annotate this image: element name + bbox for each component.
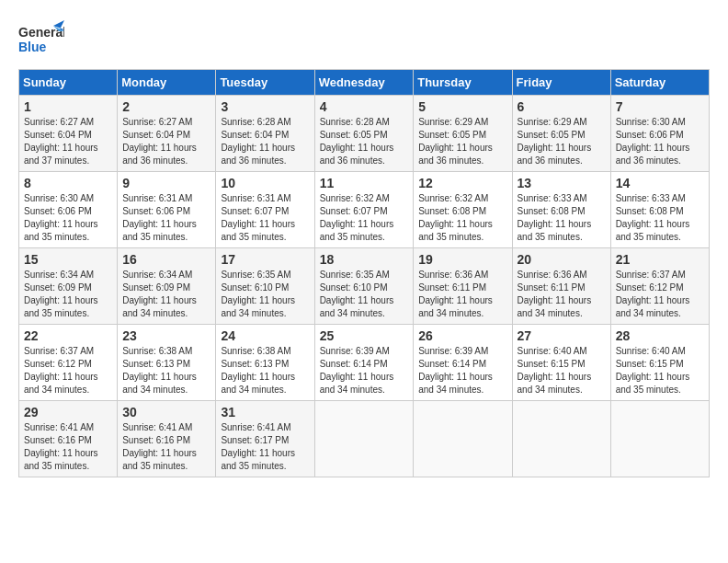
calendar-cell: 30 Sunrise: 6:41 AMSunset: 6:16 PMDaylig… [118,401,216,477]
day-info: Sunrise: 6:35 AMSunset: 6:10 PMDaylight:… [320,270,394,318]
day-info: Sunrise: 6:34 AMSunset: 6:09 PMDaylight:… [122,270,197,318]
day-number: 31 [221,405,309,419]
day-info: Sunrise: 6:38 AMSunset: 6:13 PMDaylight:… [221,346,295,395]
logo: General Blue [18,18,64,60]
day-number: 16 [122,252,210,267]
day-info: Sunrise: 6:29 AMSunset: 6:05 PMDaylight:… [418,117,493,166]
svg-text:Blue: Blue [18,40,47,54]
day-info: Sunrise: 6:31 AMSunset: 6:07 PMDaylight:… [221,193,295,242]
day-info: Sunrise: 6:28 AMSunset: 6:04 PMDaylight:… [221,117,295,166]
day-number: 1 [24,99,112,114]
day-info: Sunrise: 6:29 AMSunset: 6:05 PMDaylight:… [518,117,592,166]
day-info: Sunrise: 6:40 AMSunset: 6:15 PMDaylight:… [518,346,592,395]
day-info: Sunrise: 6:27 AMSunset: 6:04 PMDaylight:… [24,117,98,166]
day-number: 25 [320,328,409,343]
calendar-cell: 21 Sunrise: 6:37 AMSunset: 6:12 PMDaylig… [610,248,709,325]
weekday-header: Wednesday [314,70,414,96]
calendar-cell: 26 Sunrise: 6:39 AMSunset: 6:14 PMDaylig… [414,325,512,401]
calendar-cell: 28 Sunrise: 6:40 AMSunset: 6:15 PMDaylig… [610,325,709,401]
day-number: 19 [418,252,506,267]
day-info: Sunrise: 6:40 AMSunset: 6:15 PMDaylight:… [616,346,690,395]
day-number: 22 [24,328,112,343]
day-number: 6 [518,99,606,114]
day-info: Sunrise: 6:32 AMSunset: 6:08 PMDaylight:… [418,193,493,242]
day-info: Sunrise: 6:41 AMSunset: 6:17 PMDaylight:… [221,422,295,471]
day-info: Sunrise: 6:41 AMSunset: 6:16 PMDaylight:… [24,422,98,471]
weekday-header: Sunday [19,70,118,96]
calendar-cell: 10 Sunrise: 6:31 AMSunset: 6:07 PMDaylig… [216,172,314,248]
day-info: Sunrise: 6:33 AMSunset: 6:08 PMDaylight:… [616,193,690,242]
day-number: 24 [221,328,309,343]
calendar-cell: 7 Sunrise: 6:30 AMSunset: 6:06 PMDayligh… [610,96,709,172]
day-info: Sunrise: 6:28 AMSunset: 6:05 PMDaylight:… [320,117,394,166]
calendar-header-row: SundayMondayTuesdayWednesdayThursdayFrid… [19,70,710,96]
day-info: Sunrise: 6:38 AMSunset: 6:13 PMDaylight:… [122,346,197,395]
day-info: Sunrise: 6:30 AMSunset: 6:06 PMDaylight:… [616,117,690,166]
day-number: 9 [122,176,210,190]
day-number: 18 [320,252,409,267]
day-info: Sunrise: 6:41 AMSunset: 6:16 PMDaylight:… [122,422,197,471]
day-info: Sunrise: 6:34 AMSunset: 6:09 PMDaylight:… [24,270,98,318]
day-info: Sunrise: 6:33 AMSunset: 6:08 PMDaylight:… [518,193,592,242]
calendar-cell [414,401,512,477]
calendar-table: SundayMondayTuesdayWednesdayThursdayFrid… [18,69,710,477]
calendar-week-row: 15 Sunrise: 6:34 AMSunset: 6:09 PMDaylig… [19,248,710,325]
calendar-cell: 12 Sunrise: 6:32 AMSunset: 6:08 PMDaylig… [414,172,512,248]
day-info: Sunrise: 6:27 AMSunset: 6:04 PMDaylight:… [122,117,197,166]
calendar-cell: 24 Sunrise: 6:38 AMSunset: 6:13 PMDaylig… [216,325,314,401]
weekday-header: Thursday [414,70,512,96]
day-number: 23 [122,328,210,343]
weekday-header: Tuesday [216,70,314,96]
calendar-cell [610,401,709,477]
calendar-cell: 31 Sunrise: 6:41 AMSunset: 6:17 PMDaylig… [216,401,314,477]
calendar-cell: 27 Sunrise: 6:40 AMSunset: 6:15 PMDaylig… [512,325,610,401]
day-number: 15 [24,252,112,267]
day-info: Sunrise: 6:32 AMSunset: 6:07 PMDaylight:… [320,193,394,242]
calendar-cell: 8 Sunrise: 6:30 AMSunset: 6:06 PMDayligh… [19,172,118,248]
calendar-week-row: 8 Sunrise: 6:30 AMSunset: 6:06 PMDayligh… [19,172,710,248]
calendar-cell: 13 Sunrise: 6:33 AMSunset: 6:08 PMDaylig… [512,172,610,248]
day-info: Sunrise: 6:31 AMSunset: 6:06 PMDaylight:… [122,193,197,242]
day-number: 3 [221,99,309,114]
day-info: Sunrise: 6:36 AMSunset: 6:11 PMDaylight:… [418,270,493,318]
day-number: 14 [616,176,704,190]
day-info: Sunrise: 6:35 AMSunset: 6:10 PMDaylight:… [221,270,295,318]
day-info: Sunrise: 6:39 AMSunset: 6:14 PMDaylight:… [418,346,493,395]
day-info: Sunrise: 6:37 AMSunset: 6:12 PMDaylight:… [24,346,98,395]
calendar-week-row: 1 Sunrise: 6:27 AMSunset: 6:04 PMDayligh… [19,96,710,172]
calendar-cell: 11 Sunrise: 6:32 AMSunset: 6:07 PMDaylig… [314,172,414,248]
day-info: Sunrise: 6:30 AMSunset: 6:06 PMDaylight:… [24,193,98,242]
page-header: General Blue [18,18,710,60]
calendar-cell [512,401,610,477]
calendar-cell: 5 Sunrise: 6:29 AMSunset: 6:05 PMDayligh… [414,96,512,172]
weekday-header: Saturday [610,70,709,96]
weekday-header: Monday [118,70,216,96]
day-number: 26 [418,328,506,343]
logo-icon: General Blue [18,18,64,60]
calendar-cell: 15 Sunrise: 6:34 AMSunset: 6:09 PMDaylig… [19,248,118,325]
calendar-cell: 2 Sunrise: 6:27 AMSunset: 6:04 PMDayligh… [118,96,216,172]
calendar-cell: 14 Sunrise: 6:33 AMSunset: 6:08 PMDaylig… [610,172,709,248]
day-number: 30 [122,405,210,419]
day-number: 8 [24,176,112,190]
calendar-cell: 3 Sunrise: 6:28 AMSunset: 6:04 PMDayligh… [216,96,314,172]
day-number: 27 [518,328,606,343]
day-number: 17 [221,252,309,267]
day-number: 10 [221,176,309,190]
calendar-cell: 23 Sunrise: 6:38 AMSunset: 6:13 PMDaylig… [118,325,216,401]
calendar-cell: 20 Sunrise: 6:36 AMSunset: 6:11 PMDaylig… [512,248,610,325]
day-info: Sunrise: 6:37 AMSunset: 6:12 PMDaylight:… [616,270,690,318]
day-number: 20 [518,252,606,267]
day-info: Sunrise: 6:36 AMSunset: 6:11 PMDaylight:… [518,270,592,318]
calendar-cell: 18 Sunrise: 6:35 AMSunset: 6:10 PMDaylig… [314,248,414,325]
calendar-cell: 22 Sunrise: 6:37 AMSunset: 6:12 PMDaylig… [19,325,118,401]
day-number: 28 [616,328,704,343]
calendar-cell: 25 Sunrise: 6:39 AMSunset: 6:14 PMDaylig… [314,325,414,401]
calendar-week-row: 29 Sunrise: 6:41 AMSunset: 6:16 PMDaylig… [19,401,710,477]
calendar-cell: 29 Sunrise: 6:41 AMSunset: 6:16 PMDaylig… [19,401,118,477]
calendar-cell: 19 Sunrise: 6:36 AMSunset: 6:11 PMDaylig… [414,248,512,325]
calendar-cell [314,401,414,477]
calendar-cell: 6 Sunrise: 6:29 AMSunset: 6:05 PMDayligh… [512,96,610,172]
day-number: 11 [320,176,409,190]
calendar-cell: 9 Sunrise: 6:31 AMSunset: 6:06 PMDayligh… [118,172,216,248]
